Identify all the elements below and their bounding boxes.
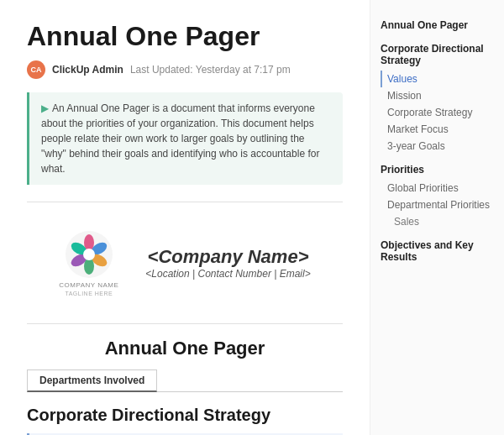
tab-spacer <box>157 369 343 392</box>
avatar: CA <box>27 60 45 79</box>
company-details: <Location | Contact Number | Email> <box>145 268 310 280</box>
sidebar-item-sales[interactable]: Sales <box>381 213 494 230</box>
info-icon: ▶ <box>41 101 49 116</box>
sidebar-item-values[interactable]: Values <box>381 71 494 87</box>
company-name-text: <Company Name> <box>145 246 310 268</box>
sidebar-item-corporate-strategy[interactable]: Corporate Strategy <box>381 104 494 121</box>
sidebar-item-priorities[interactable]: Priorities <box>381 161 494 178</box>
company-name-label: COMPANY NAME <box>59 281 118 289</box>
company-tagline: TAGLINE HERE <box>65 291 113 296</box>
section-heading: Annual One Pager <box>27 338 343 359</box>
corp-strategy-section: Corporate Directional Strategy A directi… <box>27 406 343 435</box>
logo-graphic <box>64 229 114 280</box>
corp-strategy-title: Corporate Directional Strategy <box>27 406 343 425</box>
sidebar: Annual One PagerCorporate Directional St… <box>370 0 504 435</box>
author-row: CA ClickUp Admin Last Updated: Yesterday… <box>27 60 343 79</box>
company-logo: COMPANY NAME TAGLINE HERE <box>59 229 118 296</box>
tab-departments[interactable]: Departments Involved <box>27 369 157 392</box>
company-info: <Company Name> <Location | Contact Numbe… <box>145 246 310 280</box>
page-title: Annual One Pager <box>27 20 343 52</box>
sidebar-item-global-priorities[interactable]: Global Priorities <box>381 180 494 197</box>
svg-point-7 <box>83 249 95 260</box>
company-section: COMPANY NAME TAGLINE HERE <Company Name>… <box>27 216 343 310</box>
sidebar-item-mission[interactable]: Mission <box>381 87 494 104</box>
sidebar-item-corp-dir-strategy[interactable]: Corporate Directional Strategy <box>381 40 494 69</box>
sidebar-item-market-focus[interactable]: Market Focus <box>381 121 494 138</box>
divider-2 <box>27 323 343 324</box>
divider-1 <box>27 202 343 202</box>
sidebar-item-okr[interactable]: Objectives and Key Results <box>381 237 494 265</box>
sidebar-item-3year-goals[interactable]: 3-year Goals <box>381 138 494 155</box>
info-box: ▶An Annual One Pager is a document that … <box>27 92 343 185</box>
sidebar-item-annual-one-pager[interactable]: Annual One Pager <box>381 17 494 34</box>
info-text: ▶An Annual One Pager is a document that … <box>41 101 331 176</box>
tab-bar: Departments Involved <box>27 369 343 392</box>
sidebar-item-dept-priorities[interactable]: Departmental Priorities <box>381 197 494 213</box>
last-updated: Last Updated: Yesterday at 7:17 pm <box>130 64 291 76</box>
author-name: ClickUp Admin <box>52 64 123 76</box>
main-content: Annual One Pager CA ClickUp Admin Last U… <box>0 0 370 435</box>
info-box-text: An Annual One Pager is a document that i… <box>41 102 319 175</box>
